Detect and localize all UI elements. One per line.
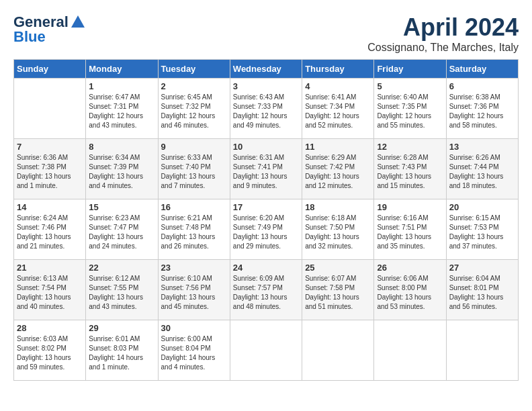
calendar-cell: 28 Sunrise: 6:03 AM Sunset: 8:02 PM Dayl… bbox=[14, 320, 86, 381]
sunrise-time: Sunrise: 6:29 AM bbox=[305, 154, 356, 161]
calendar-cell: 22 Sunrise: 6:12 AM Sunset: 7:55 PM Dayl… bbox=[86, 260, 158, 320]
day-number: 27 bbox=[449, 263, 515, 273]
day-number: 8 bbox=[89, 142, 154, 152]
calendar-table: SundayMondayTuesdayWednesdayThursdayFrid… bbox=[13, 59, 519, 381]
calendar-cell: 25 Sunrise: 6:07 AM Sunset: 7:58 PM Dayl… bbox=[302, 260, 374, 320]
sunrise-time: Sunrise: 6:47 AM bbox=[89, 93, 140, 101]
sunrise-time: Sunrise: 6:31 AM bbox=[233, 154, 284, 161]
day-number: 22 bbox=[89, 263, 154, 273]
sunset-time: Sunset: 7:38 PM bbox=[17, 163, 66, 171]
sunrise-time: Sunrise: 6:41 AM bbox=[305, 93, 356, 101]
logo-blue: Blue bbox=[13, 28, 46, 46]
calendar-cell: 18 Sunrise: 6:18 AM Sunset: 7:50 PM Dayl… bbox=[302, 199, 374, 260]
calendar-cell bbox=[374, 320, 446, 381]
weekday-header: Wednesday bbox=[230, 60, 302, 79]
calendar-cell: 7 Sunrise: 6:36 AM Sunset: 7:38 PM Dayli… bbox=[14, 139, 86, 199]
day-info: Sunrise: 6:15 AM Sunset: 7:53 PM Dayligh… bbox=[449, 214, 515, 251]
daylight-hours: Daylight: 13 hours and 1 minute. bbox=[17, 173, 71, 189]
daylight-hours: Daylight: 13 hours and 29 minutes. bbox=[233, 233, 287, 250]
svg-marker-0 bbox=[71, 15, 85, 28]
sunset-time: Sunset: 7:36 PM bbox=[449, 103, 499, 110]
day-number: 24 bbox=[233, 263, 299, 273]
calendar-cell: 30 Sunrise: 6:00 AM Sunset: 8:04 PM Dayl… bbox=[158, 320, 230, 381]
sunset-time: Sunset: 7:43 PM bbox=[377, 163, 427, 171]
day-info: Sunrise: 6:41 AM Sunset: 7:34 PM Dayligh… bbox=[305, 93, 371, 130]
sunset-time: Sunset: 7:44 PM bbox=[449, 163, 499, 171]
sunset-time: Sunset: 7:40 PM bbox=[161, 163, 211, 171]
day-info: Sunrise: 6:16 AM Sunset: 7:51 PM Dayligh… bbox=[377, 214, 443, 251]
day-number: 17 bbox=[233, 202, 299, 212]
calendar-cell: 1 Sunrise: 6:47 AM Sunset: 7:31 PM Dayli… bbox=[86, 79, 158, 139]
daylight-hours: Daylight: 13 hours and 48 minutes. bbox=[233, 293, 287, 310]
daylight-hours: Daylight: 13 hours and 45 minutes. bbox=[161, 293, 216, 310]
calendar-cell: 23 Sunrise: 6:10 AM Sunset: 7:56 PM Dayl… bbox=[158, 260, 230, 320]
day-info: Sunrise: 6:06 AM Sunset: 8:00 PM Dayligh… bbox=[377, 274, 443, 312]
day-number: 1 bbox=[89, 81, 154, 91]
logo-icon bbox=[70, 14, 86, 30]
calendar-cell: 20 Sunrise: 6:15 AM Sunset: 7:53 PM Dayl… bbox=[446, 199, 518, 260]
calendar-cell bbox=[302, 320, 374, 381]
location: Cossignano, The Marches, Italy bbox=[367, 42, 519, 54]
daylight-hours: Daylight: 12 hours and 43 minutes. bbox=[89, 112, 143, 129]
day-info: Sunrise: 6:20 AM Sunset: 7:49 PM Dayligh… bbox=[233, 214, 299, 251]
sunrise-time: Sunrise: 6:23 AM bbox=[89, 214, 140, 222]
day-number: 30 bbox=[161, 323, 227, 333]
sunrise-time: Sunrise: 6:06 AM bbox=[377, 275, 428, 282]
day-info: Sunrise: 6:24 AM Sunset: 7:46 PM Dayligh… bbox=[17, 214, 83, 251]
calendar-cell: 11 Sunrise: 6:29 AM Sunset: 7:42 PM Dayl… bbox=[302, 139, 374, 199]
daylight-hours: Daylight: 13 hours and 43 minutes. bbox=[89, 293, 143, 310]
weekday-header: Monday bbox=[86, 60, 158, 79]
daylight-hours: Daylight: 13 hours and 4 minutes. bbox=[89, 173, 143, 189]
daylight-hours: Daylight: 13 hours and 56 minutes. bbox=[449, 293, 504, 310]
sunrise-time: Sunrise: 6:15 AM bbox=[449, 214, 500, 222]
calendar-cell: 2 Sunrise: 6:45 AM Sunset: 7:32 PM Dayli… bbox=[158, 79, 230, 139]
sunset-time: Sunset: 7:32 PM bbox=[161, 103, 211, 110]
daylight-hours: Daylight: 12 hours and 55 minutes. bbox=[377, 112, 431, 129]
day-info: Sunrise: 6:21 AM Sunset: 7:48 PM Dayligh… bbox=[161, 214, 227, 251]
sunset-time: Sunset: 7:35 PM bbox=[377, 103, 427, 110]
day-number: 13 bbox=[449, 142, 515, 152]
calendar-cell: 4 Sunrise: 6:41 AM Sunset: 7:34 PM Dayli… bbox=[302, 79, 374, 139]
calendar-week-row: 1 Sunrise: 6:47 AM Sunset: 7:31 PM Dayli… bbox=[14, 79, 519, 139]
calendar-cell: 12 Sunrise: 6:28 AM Sunset: 7:43 PM Dayl… bbox=[374, 139, 446, 199]
day-info: Sunrise: 6:43 AM Sunset: 7:33 PM Dayligh… bbox=[233, 93, 299, 130]
sunrise-time: Sunrise: 6:00 AM bbox=[161, 335, 212, 342]
calendar-cell: 14 Sunrise: 6:24 AM Sunset: 7:46 PM Dayl… bbox=[14, 199, 86, 260]
sunrise-time: Sunrise: 6:36 AM bbox=[17, 154, 68, 161]
daylight-hours: Daylight: 13 hours and 59 minutes. bbox=[17, 354, 71, 371]
sunrise-time: Sunrise: 6:33 AM bbox=[161, 154, 212, 161]
calendar-week-row: 28 Sunrise: 6:03 AM Sunset: 8:02 PM Dayl… bbox=[14, 320, 519, 381]
sunrise-time: Sunrise: 6:01 AM bbox=[89, 335, 140, 342]
day-number: 23 bbox=[161, 263, 227, 273]
sunrise-time: Sunrise: 6:03 AM bbox=[17, 335, 68, 342]
calendar-week-row: 21 Sunrise: 6:13 AM Sunset: 7:54 PM Dayl… bbox=[14, 260, 519, 320]
calendar-cell bbox=[230, 320, 302, 381]
sunrise-time: Sunrise: 6:43 AM bbox=[233, 93, 284, 101]
day-number: 18 bbox=[305, 202, 371, 212]
day-number: 4 bbox=[305, 81, 371, 91]
daylight-hours: Daylight: 12 hours and 52 minutes. bbox=[305, 112, 359, 129]
day-number: 3 bbox=[233, 81, 299, 91]
day-info: Sunrise: 6:38 AM Sunset: 7:36 PM Dayligh… bbox=[449, 93, 515, 130]
daylight-hours: Daylight: 13 hours and 15 minutes. bbox=[377, 173, 431, 189]
sunset-time: Sunset: 8:03 PM bbox=[89, 345, 138, 352]
daylight-hours: Daylight: 13 hours and 26 minutes. bbox=[161, 233, 216, 250]
daylight-hours: Daylight: 13 hours and 18 minutes. bbox=[449, 173, 504, 189]
title-block: April 2024 Cossignano, The Marches, Ital… bbox=[367, 13, 519, 54]
daylight-hours: Daylight: 13 hours and 40 minutes. bbox=[17, 293, 71, 310]
sunrise-time: Sunrise: 6:20 AM bbox=[233, 214, 284, 222]
sunset-time: Sunset: 7:48 PM bbox=[161, 224, 211, 231]
day-info: Sunrise: 6:12 AM Sunset: 7:55 PM Dayligh… bbox=[89, 274, 154, 312]
sunset-time: Sunset: 8:02 PM bbox=[17, 345, 66, 352]
day-number: 26 bbox=[377, 263, 443, 273]
sunrise-time: Sunrise: 6:24 AM bbox=[17, 214, 68, 222]
daylight-hours: Daylight: 12 hours and 49 minutes. bbox=[233, 112, 287, 129]
day-number: 29 bbox=[89, 323, 154, 333]
daylight-hours: Daylight: 13 hours and 24 minutes. bbox=[89, 233, 143, 250]
day-info: Sunrise: 6:09 AM Sunset: 7:57 PM Dayligh… bbox=[233, 274, 299, 312]
day-number: 16 bbox=[161, 202, 227, 212]
sunrise-time: Sunrise: 6:07 AM bbox=[305, 275, 356, 282]
sunrise-time: Sunrise: 6:12 AM bbox=[89, 275, 140, 282]
calendar-cell: 8 Sunrise: 6:34 AM Sunset: 7:39 PM Dayli… bbox=[86, 139, 158, 199]
calendar-week-row: 14 Sunrise: 6:24 AM Sunset: 7:46 PM Dayl… bbox=[14, 199, 519, 260]
